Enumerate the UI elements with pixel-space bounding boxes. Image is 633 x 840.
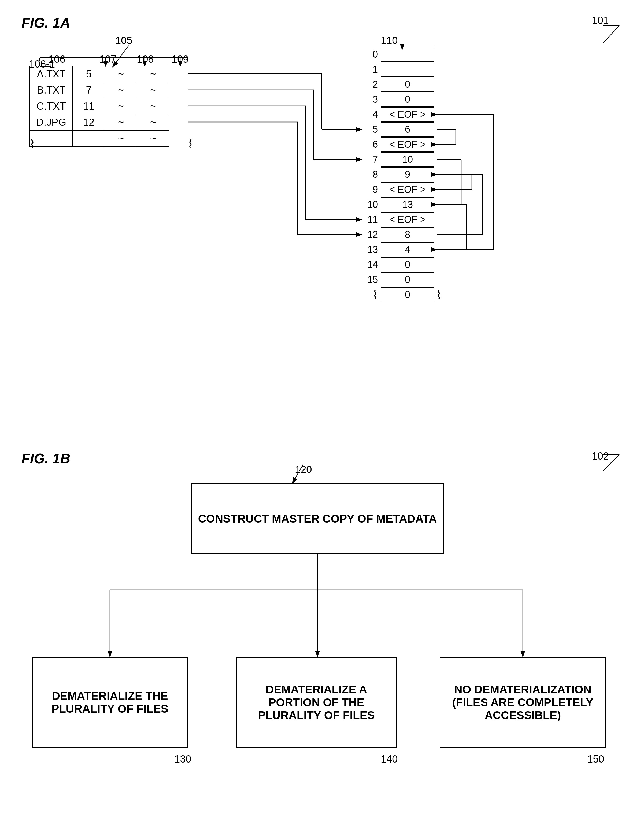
ref-150: 150 xyxy=(587,753,604,765)
ref-110: 110 xyxy=(381,35,398,46)
ref-140: 140 xyxy=(381,753,398,765)
fat-cell: 7 xyxy=(73,82,105,98)
fat-cell: 11 xyxy=(73,98,105,114)
ref-102: 102 xyxy=(592,450,609,462)
fat-cell: ~ xyxy=(137,82,169,98)
fat-cell: ~ xyxy=(105,82,137,98)
fat-cell: C.TXT xyxy=(30,98,73,114)
flowchart-right-box: NO DEMATERIALIZATION (FILES ARE COMPLETE… xyxy=(440,657,606,748)
fat-cell: ~ xyxy=(137,66,169,82)
fat-table: A.TXT 5 ~ ~ B.TXT 7 ~ ~ C.TXT 11 ~ ~ D.J… xyxy=(30,66,169,147)
fat-cell: ~ xyxy=(137,98,169,114)
ref-109: 109 xyxy=(172,54,188,65)
flowchart-top-box: CONSTRUCT MASTER COPY OF METADATA xyxy=(191,483,444,554)
fat-cell: B.TXT xyxy=(30,82,73,98)
ref-130: 130 xyxy=(174,753,191,765)
block-array: 0 1 20 30 4< EOF > 56 6< EOF > 710 89 9<… xyxy=(362,47,442,302)
break-mark-fat-bottom: ⌇ xyxy=(30,137,35,150)
page: FIG. 1A 101 105 106-1 106 107 108 109 A.… xyxy=(0,0,633,840)
fat-cell: ~ xyxy=(105,130,137,146)
fat-cell: D.JPG xyxy=(30,114,73,130)
fig1a-arrows xyxy=(0,0,633,410)
fig1a-label: FIG. 1A xyxy=(21,15,70,31)
ref-105: 105 xyxy=(115,35,132,46)
fat-cell: 12 xyxy=(73,114,105,130)
ref-107: 107 xyxy=(99,54,116,65)
break-mark-fat-bottom-right: ⌇ xyxy=(188,137,193,150)
fat-cell: ~ xyxy=(105,66,137,82)
fat-cell: 5 xyxy=(73,66,105,82)
flowchart-mid-box: DEMATERIALIZE A PORTION OF THE PLURALITY… xyxy=(236,657,397,748)
ref-106: 106 xyxy=(48,54,65,65)
svg-line-3 xyxy=(603,25,619,43)
fat-cell: ~ xyxy=(105,98,137,114)
flowchart-left-box: DEMATERIALIZE THE PLURALITY OF FILES xyxy=(32,657,188,748)
ref-101: 101 xyxy=(592,15,609,26)
fig1b-label: FIG. 1B xyxy=(21,450,70,466)
fat-cell xyxy=(73,130,105,146)
fat-cell xyxy=(30,130,73,146)
fat-cell: ~ xyxy=(137,114,169,130)
fat-cell: ~ xyxy=(105,114,137,130)
ref-120: 120 xyxy=(295,464,312,475)
ref-108: 108 xyxy=(137,54,154,65)
fat-cell: ~ xyxy=(137,130,169,146)
fat-cell: A.TXT xyxy=(30,66,73,82)
